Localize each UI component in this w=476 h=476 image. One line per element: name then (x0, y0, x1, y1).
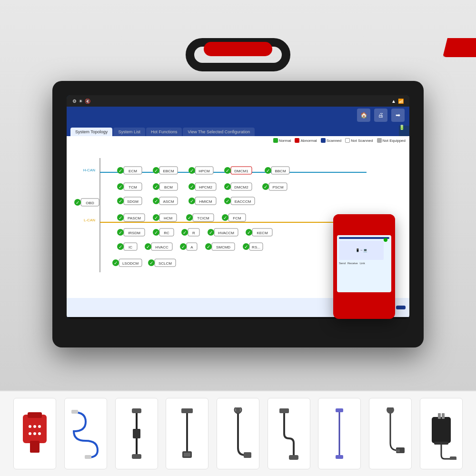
svg-rect-158 (432, 417, 451, 443)
svg-point-133 (33, 425, 36, 428)
launch-brand-label (333, 297, 395, 301)
svg-text:SCLCM: SCLCM (159, 261, 172, 266)
svg-rect-152 (336, 408, 343, 412)
version-banner (443, 38, 476, 57)
svg-rect-130 (28, 412, 42, 418)
svg-text:DMCM2: DMCM2 (234, 185, 248, 189)
svg-text:BCM: BCM (164, 185, 173, 189)
svg-point-132 (29, 425, 31, 428)
svg-text:✓: ✓ (154, 230, 158, 235)
svg-rect-153 (336, 455, 343, 459)
svg-text:✓: ✓ (119, 230, 122, 235)
svg-text:✓: ✓ (114, 260, 118, 266)
voltage-display: 🔋 (399, 125, 405, 130)
svg-rect-131 (30, 441, 40, 453)
svg-rect-161 (438, 413, 441, 419)
svg-text:OBD: OBD (86, 201, 94, 205)
tab-hot-functions[interactable]: Hot Functions (146, 128, 182, 136)
svg-text:IRSDM: IRSDM (128, 231, 140, 235)
accessories-row (0, 390, 476, 476)
smartlink-device: 📱→💻 Send Receive Link (333, 214, 395, 319)
tablet-device: ⚙ ☀ 🔇 ▲ 📶 🏠 🖨 ➡ (52, 81, 424, 347)
svg-text:✓: ✓ (223, 215, 227, 220)
svg-rect-141 (132, 454, 141, 459)
svg-text:✓: ✓ (226, 168, 229, 173)
svg-text:✓: ✓ (190, 184, 194, 189)
svg-text:A: A (190, 245, 193, 249)
tab-bar: System Topology System List Hot Function… (67, 126, 399, 136)
smartlink-screen: 📱→💻 Send Receive Link (337, 235, 391, 292)
svg-text:✓: ✓ (266, 168, 270, 173)
accessory-cable-thin (318, 398, 361, 469)
smartlink-top (333, 214, 395, 233)
svg-point-135 (29, 432, 31, 435)
svg-rect-143 (181, 408, 193, 413)
accessory-power-adapter-cable (369, 398, 412, 469)
svg-rect-129 (23, 415, 47, 443)
svg-text:R: R (192, 231, 195, 235)
svg-text:HPCM: HPCM (198, 169, 210, 173)
print-button[interactable]: 🖨 (374, 109, 387, 122)
svg-point-134 (38, 425, 41, 428)
app-header: 🏠 🖨 ➡ (67, 107, 409, 124)
svg-text:PSCM: PSCM (272, 185, 283, 189)
svg-text:HCM: HCM (164, 216, 173, 220)
svg-rect-142 (133, 429, 140, 438)
svg-rect-159 (434, 442, 448, 445)
brightness-icon: ☀ (79, 99, 83, 104)
svg-text:HVACC: HVACC (155, 245, 169, 249)
svg-text:✓: ✓ (154, 184, 158, 189)
svg-text:DMCM1: DMCM1 (234, 169, 248, 173)
svg-text:✓: ✓ (264, 184, 268, 189)
svg-text:✓: ✓ (207, 244, 210, 249)
svg-rect-145 (184, 453, 190, 456)
svg-rect-139 (85, 455, 91, 459)
tab-view-config[interactable]: View The Selected Configuration (183, 128, 255, 136)
svg-text:✓: ✓ (226, 184, 229, 189)
home-button[interactable]: 🏠 (357, 109, 370, 122)
exit-button[interactable]: ➡ (391, 109, 405, 122)
svg-text:ASCM: ASCM (163, 199, 174, 204)
svg-text:TCM: TCM (129, 185, 137, 189)
svg-text:✓: ✓ (146, 244, 150, 249)
accessory-power-adapter (420, 398, 463, 469)
svg-text:✓: ✓ (154, 198, 158, 204)
settings-icon: ⚙ (72, 99, 77, 104)
svg-text:SDGM: SDGM (127, 199, 139, 204)
svg-rect-162 (442, 413, 445, 419)
svg-text:EBCM: EBCM (163, 169, 174, 173)
tab-system-topology[interactable]: System Topology (70, 128, 112, 136)
svg-text:RS...: RS... (252, 245, 260, 249)
svg-text:✓: ✓ (209, 230, 213, 235)
svg-text:✓: ✓ (183, 230, 187, 235)
svg-text:TCICM: TCICM (197, 216, 209, 220)
svg-text:✓: ✓ (119, 184, 122, 189)
svg-text:HPCM2: HPCM2 (199, 185, 213, 189)
svg-text:ECM: ECM (129, 169, 137, 173)
svg-text:✓: ✓ (149, 260, 153, 266)
svg-rect-149 (244, 452, 251, 458)
svg-text:✓: ✓ (119, 168, 122, 173)
svg-text:KECM: KECM (257, 231, 268, 235)
svg-text:✓: ✓ (119, 198, 122, 204)
svg-text:✓: ✓ (154, 215, 158, 220)
system-scan-button[interactable] (396, 306, 406, 309)
svg-point-137 (38, 432, 41, 435)
svg-text:✓: ✓ (226, 198, 229, 204)
svg-text:✓: ✓ (247, 230, 251, 235)
svg-text:IC: IC (129, 245, 132, 249)
svg-point-136 (33, 432, 36, 435)
svg-rect-160 (450, 456, 456, 460)
svg-text:✓: ✓ (190, 168, 194, 173)
svg-text:HMICM: HMICM (199, 199, 212, 204)
svg-text:L-CAN: L-CAN (84, 218, 95, 222)
svg-text:✓: ✓ (244, 244, 248, 249)
svg-text:FCM: FCM (233, 216, 241, 220)
stats-row: Send Receive Link (339, 262, 389, 265)
svg-rect-138 (71, 410, 78, 414)
svg-rect-150 (279, 408, 289, 413)
svg-text:✓: ✓ (188, 215, 191, 220)
tab-system-list[interactable]: System List (113, 128, 145, 136)
svg-text:HVACCM: HVACCM (218, 231, 234, 235)
svg-text:BBCM: BBCM (275, 169, 286, 173)
